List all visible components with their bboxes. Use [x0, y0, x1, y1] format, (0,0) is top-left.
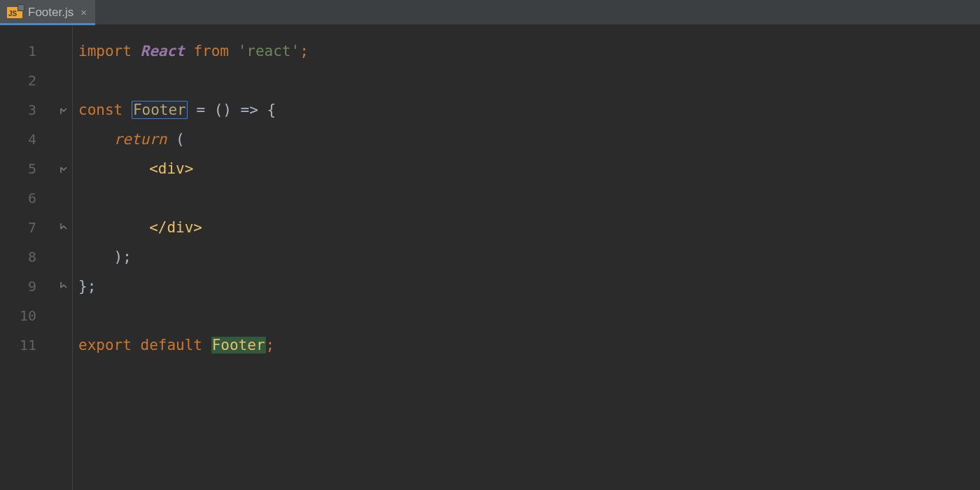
line-number-gutter: 1 2 3 4 5 6 7 8 9 10 11 — [0, 25, 55, 490]
keyword: default — [141, 337, 203, 354]
punct: ( — [167, 131, 184, 148]
punct: ; — [300, 43, 309, 59]
close-icon[interactable]: × — [79, 6, 88, 18]
fold-end-icon[interactable] — [59, 223, 69, 232]
code-line[interactable] — [73, 66, 980, 95]
fold-gutter — [55, 25, 73, 490]
punct: ; — [266, 337, 275, 354]
fold-toggle-icon[interactable] — [59, 164, 69, 174]
line-number[interactable]: 4 — [0, 125, 55, 154]
code-line[interactable]: return ( — [73, 125, 980, 154]
js-file-icon: JS — [7, 7, 22, 18]
keyword: return — [114, 131, 167, 148]
keyword: from — [193, 43, 229, 59]
string-literal: 'react' — [238, 43, 300, 59]
editor: 1 2 3 4 5 6 7 8 9 10 11 import React fro… — [0, 25, 980, 490]
line-number[interactable]: 9 — [0, 272, 55, 301]
line-number[interactable]: 1 — [0, 36, 55, 66]
code-line[interactable]: ); — [73, 242, 980, 272]
text: = () => { — [188, 102, 276, 118]
line-number[interactable]: 11 — [0, 330, 55, 360]
code-area[interactable]: import React from 'react'; const Footer … — [73, 25, 980, 490]
code-line[interactable]: }; — [73, 272, 980, 301]
text: }; — [78, 278, 96, 295]
code-line[interactable]: </div> — [73, 213, 980, 242]
jsx-tag: <div> — [149, 160, 193, 177]
keyword: import — [78, 43, 132, 59]
text: ); — [78, 248, 132, 265]
code-line[interactable]: export default Footer; — [73, 330, 980, 360]
symbol-occurrence[interactable]: Footer — [211, 337, 266, 354]
jsx-tag: </div> — [149, 219, 202, 236]
tab-bar: JS Footer.js × — [0, 0, 980, 25]
code-line[interactable]: const Footer = () => { — [73, 95, 980, 125]
selected-symbol[interactable]: Footer — [132, 101, 188, 119]
line-number[interactable]: 8 — [0, 242, 55, 272]
identifier: React — [141, 43, 185, 59]
code-line[interactable]: <div> — [73, 154, 980, 183]
file-tab[interactable]: JS Footer.js × — [0, 0, 95, 24]
code-line[interactable] — [73, 183, 980, 213]
line-number[interactable]: 7 — [0, 213, 55, 242]
line-number[interactable]: 2 — [0, 66, 55, 95]
line-number[interactable]: 3 — [0, 95, 55, 125]
line-number[interactable]: 5 — [0, 154, 55, 183]
code-line[interactable] — [73, 301, 980, 330]
keyword: const — [78, 102, 122, 118]
fold-end-icon[interactable] — [59, 281, 69, 291]
fold-toggle-icon[interactable] — [59, 105, 69, 115]
line-number[interactable]: 6 — [0, 183, 55, 213]
code-line[interactable]: import React from 'react'; — [73, 36, 980, 66]
line-number[interactable]: 10 — [0, 301, 55, 330]
tab-filename: Footer.js — [28, 6, 74, 20]
keyword: export — [78, 337, 132, 354]
